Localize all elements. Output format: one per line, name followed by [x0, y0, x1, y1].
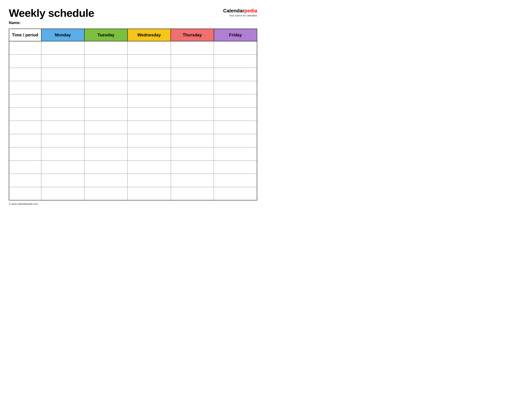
schedule-cell[interactable] — [128, 147, 171, 161]
schedule-cell[interactable] — [214, 187, 257, 200]
table-row — [9, 174, 257, 187]
schedule-cell[interactable] — [128, 161, 171, 174]
schedule-cell[interactable] — [214, 54, 257, 68]
schedule-cell[interactable] — [41, 54, 84, 68]
schedule-cell[interactable] — [84, 54, 127, 68]
table-row — [9, 121, 257, 134]
logo-pedia-part: pedia — [244, 8, 257, 13]
schedule-cell[interactable] — [41, 187, 84, 200]
schedule-cell[interactable] — [84, 161, 127, 174]
schedule-cell[interactable] — [171, 107, 214, 121]
schedule-cell[interactable] — [171, 134, 214, 147]
logo-tagline: Your source for calendars — [229, 14, 257, 17]
schedule-cell[interactable] — [128, 121, 171, 134]
time-cell[interactable] — [9, 174, 41, 187]
schedule-cell[interactable] — [171, 94, 214, 107]
time-cell[interactable] — [9, 68, 41, 81]
schedule-cell[interactable] — [171, 54, 214, 68]
schedule-table: Time / period Monday Tuesday Wednesday T… — [9, 29, 257, 200]
logo-area: Calendarpedia Your source for calendars — [223, 8, 257, 17]
header-row: Time / period Monday Tuesday Wednesday T… — [9, 29, 257, 41]
col-header-thursday: Thursday — [171, 29, 214, 41]
title-area: Weekly schedule Name: — [9, 7, 94, 25]
schedule-cell[interactable] — [214, 121, 257, 134]
schedule-cell[interactable] — [84, 81, 127, 94]
logo-text: Calendarpedia — [223, 8, 257, 14]
schedule-cell[interactable] — [41, 68, 84, 81]
schedule-cell[interactable] — [214, 161, 257, 174]
schedule-cell[interactable] — [128, 81, 171, 94]
table-row — [9, 94, 257, 107]
schedule-cell[interactable] — [171, 161, 214, 174]
schedule-cell[interactable] — [41, 121, 84, 134]
time-cell[interactable] — [9, 161, 41, 174]
schedule-cell[interactable] — [128, 41, 171, 54]
schedule-cell[interactable] — [41, 174, 84, 187]
schedule-cell[interactable] — [171, 187, 214, 200]
logo-calendar-part: Calendar — [223, 8, 244, 13]
table-row — [9, 147, 257, 161]
table-row — [9, 187, 257, 200]
schedule-cell[interactable] — [214, 81, 257, 94]
schedule-cell[interactable] — [214, 94, 257, 107]
schedule-cell[interactable] — [171, 174, 214, 187]
schedule-cell[interactable] — [84, 147, 127, 161]
schedule-cell[interactable] — [84, 94, 127, 107]
col-header-tuesday: Tuesday — [84, 29, 127, 41]
schedule-cell[interactable] — [41, 81, 84, 94]
table-row — [9, 41, 257, 54]
schedule-cell[interactable] — [128, 68, 171, 81]
schedule-cell[interactable] — [84, 68, 127, 81]
schedule-cell[interactable] — [214, 107, 257, 121]
schedule-cell[interactable] — [171, 81, 214, 94]
table-row — [9, 107, 257, 121]
table-row — [9, 54, 257, 68]
schedule-cell[interactable] — [171, 147, 214, 161]
page-title: Weekly schedule — [9, 7, 94, 19]
schedule-cell[interactable] — [41, 161, 84, 174]
schedule-cell[interactable] — [41, 147, 84, 161]
time-cell[interactable] — [9, 147, 41, 161]
schedule-cell[interactable] — [41, 94, 84, 107]
schedule-cell[interactable] — [84, 174, 127, 187]
time-cell[interactable] — [9, 107, 41, 121]
schedule-body — [9, 41, 257, 200]
name-label: Name: — [9, 20, 94, 25]
schedule-cell[interactable] — [84, 107, 127, 121]
footer: © www.calendarpedia.com — [9, 202, 257, 205]
schedule-cell[interactable] — [171, 41, 214, 54]
table-row — [9, 161, 257, 174]
schedule-cell[interactable] — [171, 121, 214, 134]
schedule-cell[interactable] — [214, 174, 257, 187]
schedule-cell[interactable] — [41, 134, 84, 147]
time-cell[interactable] — [9, 41, 41, 54]
schedule-cell[interactable] — [128, 107, 171, 121]
time-cell[interactable] — [9, 121, 41, 134]
col-header-friday: Friday — [214, 29, 257, 41]
schedule-cell[interactable] — [84, 134, 127, 147]
schedule-cell[interactable] — [214, 147, 257, 161]
schedule-cell[interactable] — [128, 54, 171, 68]
schedule-cell[interactable] — [171, 68, 214, 81]
schedule-cell[interactable] — [41, 107, 84, 121]
schedule-cell[interactable] — [84, 121, 127, 134]
time-cell[interactable] — [9, 134, 41, 147]
schedule-cell[interactable] — [128, 187, 171, 200]
time-cell[interactable] — [9, 187, 41, 200]
schedule-cell[interactable] — [84, 41, 127, 54]
time-cell[interactable] — [9, 94, 41, 107]
schedule-cell[interactable] — [214, 68, 257, 81]
time-cell[interactable] — [9, 81, 41, 94]
footer-url: © www.calendarpedia.com — [9, 202, 38, 205]
schedule-cell[interactable] — [84, 187, 127, 200]
schedule-cell[interactable] — [214, 41, 257, 54]
page-header: Weekly schedule Name: Calendarpedia Your… — [9, 7, 257, 25]
schedule-cell[interactable] — [128, 94, 171, 107]
schedule-cell[interactable] — [128, 134, 171, 147]
table-row — [9, 134, 257, 147]
time-cell[interactable] — [9, 54, 41, 68]
schedule-cell[interactable] — [128, 174, 171, 187]
table-header: Time / period Monday Tuesday Wednesday T… — [9, 29, 257, 41]
schedule-cell[interactable] — [41, 41, 84, 54]
schedule-cell[interactable] — [214, 134, 257, 147]
